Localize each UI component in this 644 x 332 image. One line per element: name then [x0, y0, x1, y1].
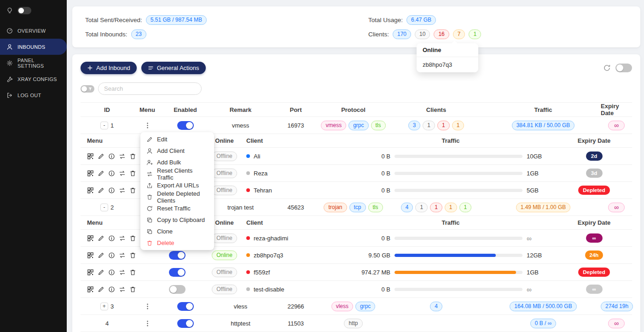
inbound-enabled-toggle[interactable] — [177, 319, 194, 328]
edit-client-icon[interactable] — [98, 269, 104, 276]
qrcode-icon[interactable] — [87, 286, 94, 293]
inbound-traffic-badge: 384.81 KB / 50.00 GB — [512, 121, 575, 130]
qrcode-icon[interactable] — [87, 153, 94, 160]
client-count-badge[interactable]: 1 — [415, 203, 428, 212]
reset-client-traffic-icon[interactable] — [119, 252, 126, 259]
delete-client-icon[interactable] — [129, 252, 136, 259]
header-traffic: Traffic — [486, 106, 601, 113]
delete-client-icon[interactable] — [129, 153, 136, 160]
traffic-progress — [395, 271, 522, 274]
menu-item-delete-depleted-clients[interactable]: Delete Depleted Clients — [142, 191, 213, 203]
inbound-enabled-toggle[interactable] — [177, 302, 194, 311]
sidebar-item-overview[interactable]: OVERVIEW — [0, 23, 67, 39]
filter-toggle[interactable] — [81, 85, 94, 93]
refresh-icon[interactable] — [603, 64, 611, 72]
theme-toggle[interactable] — [17, 7, 31, 14]
menu-item-copy-to-clipboard[interactable]: Copy to Clipboard — [142, 214, 213, 226]
protocol-tag: vmess — [321, 121, 346, 130]
client-count-badge[interactable]: 1 — [430, 203, 442, 212]
client-enabled-toggle[interactable] — [169, 285, 186, 294]
info-icon[interactable] — [108, 170, 115, 177]
clients-deactive-badge[interactable]: 10 — [415, 29, 430, 39]
info-icon[interactable] — [108, 187, 115, 194]
client-count-badge[interactable]: 3 — [408, 121, 421, 130]
client-count-badge[interactable]: 1 — [452, 121, 464, 130]
menu-item-clone[interactable]: Clone — [142, 226, 213, 237]
menu-item-reset-traffic[interactable]: Reset Traffic — [142, 203, 213, 214]
plus-icon — [87, 65, 93, 71]
delete-client-icon[interactable] — [129, 170, 136, 177]
client-count-badge[interactable]: 1 — [423, 121, 435, 130]
client-status-badge: Offline — [212, 186, 237, 195]
delete-client-icon[interactable] — [129, 235, 136, 242]
client-count-badge[interactable]: 4 — [401, 203, 413, 212]
reset-client-traffic-icon[interactable] — [119, 286, 126, 293]
delete-client-icon[interactable] — [129, 187, 136, 194]
info-icon[interactable] — [108, 153, 115, 160]
qrcode-icon[interactable] — [87, 170, 94, 177]
delete-client-icon[interactable] — [129, 269, 136, 276]
sidebar-item-inbounds[interactable]: INBOUNDS — [0, 39, 67, 55]
collapse-button[interactable]: - — [100, 122, 108, 129]
inbound-menu-button[interactable] — [143, 121, 152, 130]
delete-client-icon[interactable] — [129, 286, 136, 293]
menu-item-delete[interactable]: Delete — [142, 237, 213, 249]
edit-client-icon[interactable] — [98, 235, 104, 242]
copy-icon — [146, 217, 153, 223]
reset-client-traffic-icon[interactable] — [119, 235, 126, 242]
clients-expiring-badge[interactable]: 7 — [453, 29, 465, 39]
search-input[interactable] — [98, 82, 202, 95]
client-count-badge[interactable]: 1 — [437, 121, 450, 130]
edit-client-icon[interactable] — [98, 187, 104, 194]
inbound-id: 4 — [105, 320, 109, 327]
qrcode-icon[interactable] — [87, 269, 94, 276]
traffic-limit: 12GB — [527, 252, 543, 259]
menu-item-edit[interactable]: Edit — [142, 134, 213, 145]
protocol-tag: grpc — [355, 302, 375, 311]
info-icon[interactable] — [108, 286, 115, 293]
reset-client-traffic-icon[interactable] — [119, 269, 126, 276]
clients-online-badge[interactable]: 1 — [469, 29, 481, 39]
add-inbound-button[interactable]: Add Inbound — [81, 62, 137, 74]
edit-client-icon[interactable] — [98, 153, 104, 160]
traffic-progress — [395, 172, 522, 175]
edit-client-icon[interactable] — [98, 252, 104, 259]
sidebar-item-logout[interactable]: LOG OUT — [0, 87, 67, 103]
inbound-traffic-badge: 0 B / ∞ — [530, 319, 557, 328]
menu-item-export-all-urls[interactable]: Export All URLs — [142, 180, 213, 191]
client-enabled-toggle[interactable] — [169, 251, 186, 260]
collapse-button[interactable]: - — [100, 204, 108, 211]
qrcode-icon[interactable] — [87, 187, 94, 194]
info-icon[interactable] — [108, 269, 115, 276]
edit-client-icon[interactable] — [98, 170, 104, 177]
menu-item-add-bulk[interactable]: Add Bulk — [142, 157, 213, 168]
reset-client-traffic-icon[interactable] — [119, 153, 126, 160]
reset-client-traffic-icon[interactable] — [119, 170, 126, 177]
qrcode-icon[interactable] — [87, 252, 94, 259]
info-icon[interactable] — [108, 252, 115, 259]
expand-button[interactable]: + — [100, 303, 108, 310]
sidebar-item-xray-configs[interactable]: XRAY CONFIGS — [0, 71, 67, 87]
inbound-enabled-toggle[interactable] — [177, 121, 194, 130]
reset-client-traffic-icon[interactable] — [119, 187, 126, 194]
info-icon[interactable] — [108, 235, 115, 242]
menu-item-add-client[interactable]: Add Client — [142, 145, 213, 157]
clients-depleted-badge[interactable]: 16 — [434, 29, 449, 39]
client-count-badge[interactable]: 1 — [459, 203, 472, 212]
inbound-menu-button[interactable] — [143, 302, 152, 311]
client-count-badge[interactable]: 1 — [445, 203, 457, 212]
client-enabled-toggle[interactable] — [169, 268, 186, 277]
general-actions-button[interactable]: General Actions — [141, 62, 206, 74]
clone-icon — [146, 228, 153, 235]
sidebar-item-panel-settings[interactable]: PANEL SETTINGS — [0, 55, 67, 71]
auto-refresh-toggle[interactable] — [615, 64, 632, 72]
edit-client-icon[interactable] — [98, 286, 104, 293]
inbound-menu-button[interactable] — [143, 319, 152, 328]
menu-item-reset-clients-traffic[interactable]: Reset Clients Traffic — [142, 168, 213, 180]
client-name: Tehran — [254, 187, 272, 194]
client-status-badge: Offline — [212, 233, 237, 243]
client-color-dot — [246, 253, 250, 257]
client-count-badge[interactable]: 4 — [430, 302, 442, 311]
clients-total-badge[interactable]: 170 — [393, 29, 411, 39]
qrcode-icon[interactable] — [87, 235, 94, 242]
